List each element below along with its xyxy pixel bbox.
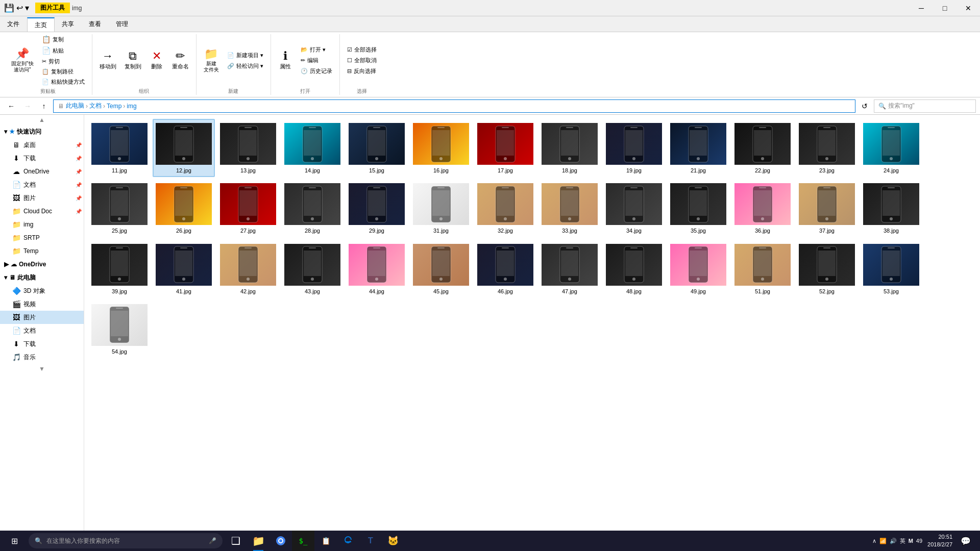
- taskbar-terminal[interactable]: $_: [292, 531, 314, 551]
- path-img[interactable]: img: [127, 103, 136, 110]
- sidebar-item-onedrive-quick[interactable]: ☁ OneDrive 📌: [0, 165, 84, 178]
- select-all-button[interactable]: ☑ 全部选择: [344, 45, 380, 55]
- open-button[interactable]: 📂 打开 ▾: [298, 45, 335, 55]
- quick-access-header[interactable]: ▾ ★ 快速访问: [0, 125, 84, 138]
- ime-icon[interactable]: M: [909, 538, 913, 544]
- copy-path-button[interactable]: 📋 复制路径: [39, 67, 88, 77]
- sidebar-item-3d[interactable]: 🔷 3D 对象: [0, 284, 84, 297]
- taskbar-explorer[interactable]: 📁: [247, 531, 270, 551]
- taskbar-edge[interactable]: [337, 531, 359, 551]
- file-item-21-jpg[interactable]: 21.jpg: [667, 119, 729, 177]
- sidebar-item-documents-quick[interactable]: 📄 文档 📌: [0, 178, 84, 191]
- file-item-33-jpg[interactable]: 33.jpg: [538, 179, 601, 237]
- search-bar[interactable]: 🔍 搜索"img": [874, 99, 976, 113]
- file-item-52-jpg[interactable]: 52.jpg: [796, 240, 858, 298]
- up-button[interactable]: ↑: [37, 99, 51, 113]
- forward-button[interactable]: →: [20, 99, 35, 113]
- tab-share[interactable]: 共享: [55, 16, 82, 32]
- file-item-26-jpg[interactable]: 26.jpg: [153, 179, 215, 237]
- file-item-43-jpg[interactable]: 43.jpg: [281, 240, 344, 298]
- quick-save-icon[interactable]: 💾: [4, 3, 14, 13]
- file-item-48-jpg[interactable]: 48.jpg: [603, 240, 665, 298]
- cut-button[interactable]: ✂ 剪切: [39, 57, 88, 66]
- rename-button[interactable]: ✏ 重命名: [169, 49, 192, 71]
- sidebar-item-downloads-pc[interactable]: ⬇ 下载: [0, 337, 84, 350]
- move-to-button[interactable]: → 移动到: [96, 49, 119, 71]
- path-temp[interactable]: Temp: [107, 103, 121, 110]
- file-item-47-jpg[interactable]: 47.jpg: [538, 240, 601, 298]
- paste-button[interactable]: 📄 粘贴: [39, 45, 88, 56]
- tab-file[interactable]: 文件: [0, 16, 27, 32]
- paste-shortcut-button[interactable]: 📄 粘贴快捷方式: [39, 77, 88, 87]
- ime-number[interactable]: 49: [916, 538, 922, 544]
- sidebar-item-clouddoc[interactable]: 📁 Cloud Doc 📌: [0, 205, 84, 218]
- language-label[interactable]: 英: [900, 537, 905, 545]
- path-documents[interactable]: 文档: [89, 102, 102, 110]
- sidebar-item-video[interactable]: 🎬 视频: [0, 297, 84, 311]
- file-item-22-jpg[interactable]: 22.jpg: [731, 119, 794, 177]
- taskbar-app[interactable]: 🐱: [382, 531, 404, 551]
- file-item-11-jpg[interactable]: 11.jpg: [88, 119, 151, 177]
- sidebar-item-pictures-quick[interactable]: 🖼 图片 📌: [0, 191, 84, 205]
- file-item-13-jpg[interactable]: 13.jpg: [217, 119, 279, 177]
- file-item-14-jpg[interactable]: 14.jpg: [281, 119, 344, 177]
- close-button[interactable]: ✕: [957, 0, 980, 16]
- file-item-41-jpg[interactable]: 41.jpg: [153, 240, 215, 298]
- volume-icon[interactable]: 🔊: [890, 538, 897, 544]
- scroll-down-sidebar[interactable]: ▼: [0, 364, 84, 374]
- path-computer[interactable]: 此电脑: [66, 102, 84, 110]
- invert-select-button[interactable]: ⊟ 反向选择: [344, 66, 380, 76]
- quick-undo-icon[interactable]: ↩: [16, 3, 23, 13]
- tab-home[interactable]: 主页: [27, 17, 55, 32]
- copy-to-button[interactable]: ⧉ 复制到: [121, 49, 144, 71]
- taskbar-chrome[interactable]: [270, 531, 292, 551]
- file-item-35-jpg[interactable]: 35.jpg: [667, 179, 729, 237]
- file-item-15-jpg[interactable]: 15.jpg: [346, 119, 408, 177]
- maximize-button[interactable]: □: [933, 0, 957, 16]
- microphone-icon[interactable]: 🎤: [209, 537, 216, 544]
- deselect-all-button[interactable]: ☐ 全部取消: [344, 56, 380, 65]
- quick-customize-icon[interactable]: ▾: [25, 3, 29, 13]
- properties-button[interactable]: ℹ 属性: [275, 49, 296, 71]
- system-tray-up[interactable]: ∧: [872, 538, 876, 544]
- thispc-header[interactable]: ▾ 🖥 此电脑: [0, 271, 84, 284]
- history-button[interactable]: 🕐 历史记录: [298, 66, 335, 76]
- tab-view[interactable]: 查看: [82, 16, 109, 32]
- file-item-24-jpg[interactable]: 24.jpg: [860, 119, 922, 177]
- file-item-32-jpg[interactable]: 32.jpg: [474, 179, 536, 237]
- taskbar-clock[interactable]: 20:51 2018/2/27: [925, 533, 954, 549]
- file-item-28-jpg[interactable]: 28.jpg: [281, 179, 344, 237]
- file-item-46-jpg[interactable]: 46.jpg: [474, 240, 536, 298]
- file-item-18-jpg[interactable]: 18.jpg: [538, 119, 601, 177]
- file-item-36-jpg[interactable]: 36.jpg: [731, 179, 794, 237]
- sidebar-item-pictures-pc[interactable]: 🖼 图片: [0, 311, 84, 324]
- file-item-53-jpg[interactable]: 53.jpg: [860, 240, 922, 298]
- file-item-54-jpg[interactable]: 54.jpg: [88, 300, 151, 358]
- pin-quick-access-button[interactable]: 📌 固定到"快速访问": [8, 47, 37, 74]
- file-item-45-jpg[interactable]: 45.jpg: [410, 240, 472, 298]
- file-item-34-jpg[interactable]: 34.jpg: [603, 179, 665, 237]
- file-item-17-jpg[interactable]: 17.jpg: [474, 119, 536, 177]
- file-item-12-jpg[interactable]: 12.jpg: [153, 119, 215, 177]
- file-item-49-jpg[interactable]: 49.jpg: [667, 240, 729, 298]
- tab-manage[interactable]: 管理: [109, 16, 136, 32]
- network-icon[interactable]: 📶: [879, 538, 887, 544]
- sidebar-item-documents-pc[interactable]: 📄 文档: [0, 324, 84, 337]
- file-item-29-jpg[interactable]: 29.jpg: [346, 179, 408, 237]
- file-item-16-jpg[interactable]: 16.jpg: [410, 119, 472, 177]
- sidebar-item-img[interactable]: 📁 img: [0, 218, 84, 231]
- copy-button[interactable]: 📋 复制: [39, 34, 88, 44]
- file-item-23-jpg[interactable]: 23.jpg: [796, 119, 858, 177]
- delete-button[interactable]: ✕ 删除: [146, 49, 167, 71]
- file-item-44-jpg[interactable]: 44.jpg: [346, 240, 408, 298]
- taskbar-word[interactable]: T: [359, 531, 382, 551]
- file-item-19-jpg[interactable]: 19.jpg: [603, 119, 665, 177]
- start-button[interactable]: ⊞: [2, 531, 27, 551]
- refresh-button[interactable]: ↺: [857, 99, 872, 113]
- edit-button[interactable]: ✏ 编辑: [298, 56, 335, 65]
- back-button[interactable]: ←: [4, 99, 18, 113]
- file-item-51-jpg[interactable]: 51.jpg: [731, 240, 794, 298]
- scroll-up[interactable]: ▲: [0, 115, 84, 125]
- sidebar-item-desktop[interactable]: 🖥 桌面 📌: [0, 138, 84, 152]
- sidebar-item-temp[interactable]: 📁 Temp: [0, 244, 84, 258]
